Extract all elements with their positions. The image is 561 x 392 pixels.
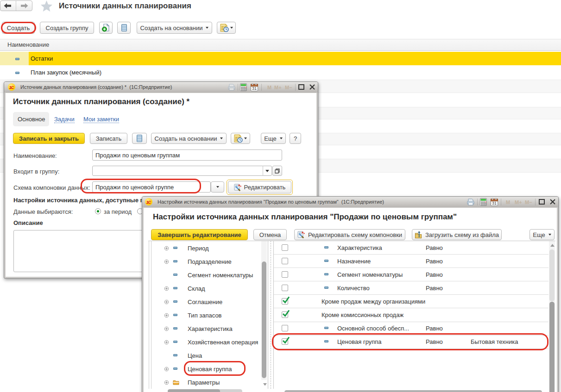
svg-text:31: 31 (252, 86, 257, 91)
svg-text:31: 31 (492, 201, 497, 205)
